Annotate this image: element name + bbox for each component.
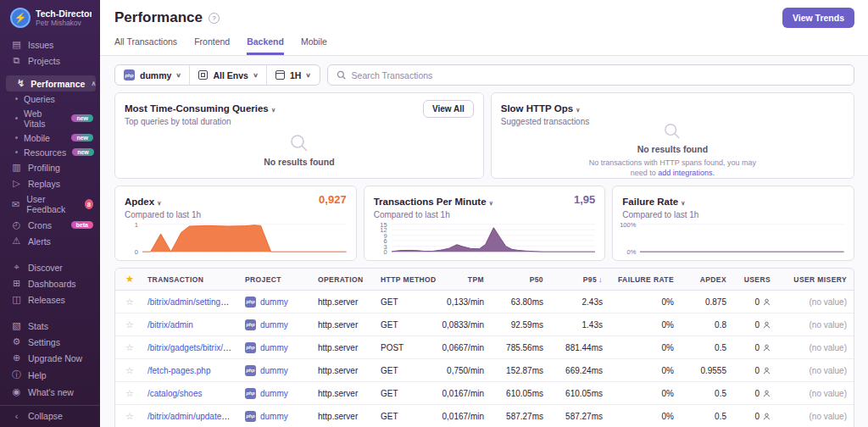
failure-rate-area-chart (640, 222, 844, 253)
org-avatar: ⚡ (10, 8, 31, 28)
view-all-button[interactable]: View All (423, 100, 474, 118)
favorite-star-icon[interactable]: ☆ (115, 361, 141, 380)
failure-rate-cell: 0% (609, 337, 681, 358)
project-link[interactable]: dummy (260, 412, 288, 421)
settings-icon: ⚙ (11, 336, 22, 347)
p50-cell: 610.05ms (491, 383, 550, 403)
sidebar-item-discover[interactable]: ⌖ Discover (0, 259, 100, 275)
apdex-cell: 0.5 (681, 337, 733, 358)
transaction-link[interactable]: /catalog/shoes (147, 389, 203, 398)
search-input[interactable] (352, 70, 845, 80)
tab-backend[interactable]: Backend (247, 36, 284, 55)
failure-rate-y-axis: 100%0% (622, 222, 637, 253)
bullet-icon (15, 136, 18, 139)
environment-selector[interactable]: All Envs ∨ (189, 65, 266, 85)
sidebar-item-dashboards[interactable]: ⊞ Dashboards (0, 275, 100, 291)
project-link[interactable]: dummy (260, 320, 288, 330)
failure-rate-title[interactable]: Failure Rate ∨ (622, 197, 685, 207)
column-header-transaction[interactable]: Transaction (141, 269, 238, 290)
sidebar-item-resources[interactable]: Resources new (0, 145, 100, 159)
column-header-failure-rate[interactable]: Failure Rate (609, 269, 681, 290)
sidebar-item-releases[interactable]: ◫ Releases (0, 291, 100, 308)
p50-cell: 785.56ms (491, 337, 550, 358)
org-switcher[interactable]: ⚡ Tech-Director.r... Petr Mishakov (0, 8, 100, 36)
apdex-subtitle: Compared to last 1h (125, 210, 201, 219)
column-header-tpm[interactable]: TPM (428, 269, 491, 290)
sidebar-item-stats[interactable]: ▧ Stats (0, 318, 100, 334)
favorite-star-icon[interactable]: ☆ (115, 338, 141, 358)
project-link[interactable]: dummy (260, 343, 288, 352)
apdex-title[interactable]: Apdex ∨ (125, 197, 161, 207)
transaction-link[interactable]: /fetch-pages.php (147, 366, 211, 375)
empty-state-hint: No transactions with HTTP spans found, y… (589, 158, 756, 178)
sidebar-item-user-feedback[interactable]: ✉ User Feedback 8 (0, 191, 100, 217)
chevron-down-icon: ∨ (157, 200, 161, 206)
sidebar-item-mobile[interactable]: Mobile new (0, 130, 100, 145)
column-header-project[interactable]: Project (238, 269, 311, 290)
apdex-y-axis: 10 (125, 222, 140, 253)
sidebar-item-web-vitals[interactable]: Web Vitals new (0, 106, 100, 130)
p50-cell: 63.80ms (491, 291, 550, 312)
column-header-apdex[interactable]: Apdex (681, 269, 733, 290)
chevron-up-icon: ∧ (91, 80, 96, 87)
table-body: ☆ /bitrix/admin/settings.php php dummy h… (115, 291, 854, 427)
sidebar-item-settings[interactable]: ⚙ Settings (0, 334, 100, 350)
sidebar-item-help[interactable]: ⓘ Help (0, 366, 100, 384)
tpm-title[interactable]: Transactions Per Minute ∨ (374, 197, 493, 207)
transaction-link[interactable]: /bitrix/admin/settings.php (147, 297, 238, 307)
tab-all-transactions[interactable]: All Transactions (114, 36, 177, 55)
sidebar-item-alerts[interactable]: ⚠ Alerts (0, 233, 100, 249)
http-method-cell: POST (374, 337, 428, 358)
sidebar-item-queries[interactable]: Queries (0, 92, 100, 106)
column-header-operation[interactable]: Operation (311, 269, 374, 290)
transactions-table: ★ Transaction Project Operation HTTP Met… (114, 268, 854, 427)
sidebar-item-replays[interactable]: ▷ Replays (0, 175, 100, 191)
crons-icon: ◴ (11, 219, 22, 230)
tpm-cell: 0,133/min (428, 291, 491, 312)
column-header-users[interactable]: Users (733, 269, 777, 290)
date-range-selector[interactable]: 1H ∨ (266, 65, 320, 85)
sidebar-item-crons[interactable]: ◴ Crons beta (0, 217, 100, 233)
column-header-p50[interactable]: P50 (491, 269, 550, 290)
dashboards-icon: ⊞ (11, 278, 22, 289)
sidebar-item-upgrade[interactable]: ⊕ Upgrade Now (0, 350, 100, 366)
tab-frontend[interactable]: Frontend (194, 36, 230, 55)
http-ops-panel-title[interactable]: Slow HTTP Ops ∨ (501, 103, 581, 114)
project-link[interactable]: dummy (260, 389, 288, 398)
sidebar-item-label: Settings (28, 337, 60, 347)
transaction-link[interactable]: /bitrix/admin/update_system.php (147, 412, 238, 421)
sidebar-item-performance[interactable]: ↯ Performance ∧ (0, 75, 100, 92)
favorite-star-icon[interactable]: ☆ (115, 407, 141, 426)
project-selector[interactable]: php dummy ∨ (115, 65, 189, 85)
column-header-p95[interactable]: P95↓ (550, 269, 609, 290)
column-header-http-method[interactable]: HTTP Method (374, 269, 428, 290)
favorite-star-icon[interactable]: ☆ (115, 384, 141, 403)
issues-icon: ▤ (11, 39, 22, 50)
add-integrations-link[interactable]: add integrations. (658, 169, 715, 177)
column-header-user-misery[interactable]: User Misery (777, 269, 854, 290)
failure-rate-cell: 0% (609, 291, 681, 312)
page-help-icon[interactable]: ? (209, 13, 220, 24)
sidebar-item-whats-new[interactable]: ◉ What's new (0, 384, 100, 400)
table-row: ☆ /bitrix/admin/update_system.php php du… (115, 405, 854, 427)
sidebar-collapse[interactable]: ‹ Collapse (0, 405, 100, 424)
chevron-down-icon: ∨ (489, 200, 493, 206)
view-trends-button[interactable]: View Trends (782, 8, 854, 28)
favorite-star-icon[interactable]: ☆ (115, 292, 141, 312)
tab-mobile[interactable]: Mobile (301, 36, 327, 55)
transaction-link[interactable]: /bitrix/gadgets/bitrix/rssreader/getdata… (147, 343, 238, 352)
collapse-icon: ‹ (11, 411, 22, 421)
sidebar-item-issues[interactable]: ▤ Issues (0, 36, 100, 53)
project-link[interactable]: dummy (260, 366, 288, 375)
queries-panel-title[interactable]: Most Time-Consuming Queries ∨ (125, 103, 275, 114)
star-column-header-icon[interactable]: ★ (115, 269, 141, 290)
sidebar-item-label: Mobile (24, 133, 50, 143)
sidebar-item-label: Dashboards (28, 279, 76, 289)
sidebar-item-profiling[interactable]: ▥ Profiling (0, 159, 100, 175)
project-link[interactable]: dummy (260, 297, 288, 307)
sidebar-item-projects[interactable]: ⧉ Projects (0, 53, 100, 69)
failure-rate-cell: 0% (609, 360, 681, 380)
favorite-star-icon[interactable]: ☆ (115, 315, 141, 335)
transaction-link[interactable]: /bitrix/admin (147, 320, 193, 330)
php-project-icon: php (245, 297, 256, 308)
